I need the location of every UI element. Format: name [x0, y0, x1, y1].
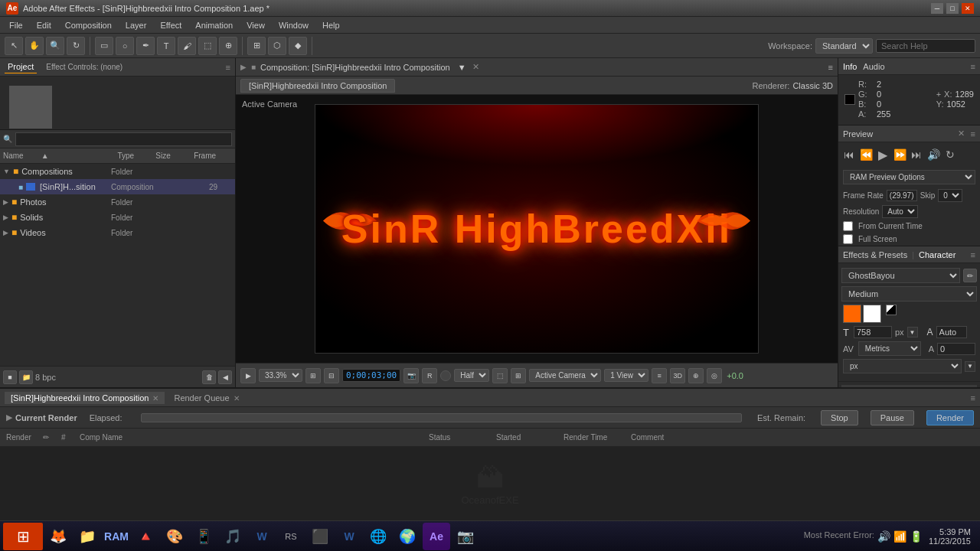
- workspace-select[interactable]: Standard: [815, 38, 873, 54]
- menu-effect[interactable]: Effect: [154, 19, 188, 31]
- menu-window[interactable]: Window: [273, 19, 315, 31]
- volume-icon[interactable]: 🔊: [877, 530, 890, 543]
- comp-panel-menu[interactable]: ≡: [828, 63, 833, 72]
- resolution-preview-select[interactable]: Auto: [882, 205, 918, 218]
- effect-controls-tab[interactable]: Effect Controls: (none): [43, 61, 126, 73]
- snapshot-btn[interactable]: 📷: [403, 368, 419, 383]
- pen-tool[interactable]: ✒: [136, 37, 155, 55]
- marker-tool[interactable]: ◆: [289, 37, 307, 55]
- list-item[interactable]: ■ [SinR]H...sition Composition 29: [0, 179, 235, 194]
- px-select[interactable]: px: [843, 359, 962, 373]
- left-panel-menu[interactable]: ≡: [226, 63, 230, 72]
- kerning-input[interactable]: [937, 343, 975, 355]
- minimize-button[interactable]: ─: [931, 3, 943, 14]
- region-btn[interactable]: ⬚: [492, 368, 508, 383]
- frame-rate-input[interactable]: [887, 190, 917, 201]
- list-item[interactable]: ▶ ■ Solids Folder: [0, 210, 235, 225]
- loop-button[interactable]: ↻: [942, 147, 958, 162]
- play-button[interactable]: ▶: [875, 147, 890, 162]
- preview-menu[interactable]: ≡: [971, 129, 975, 139]
- swap-colors-btn[interactable]: [886, 305, 897, 315]
- timeline-tab-close[interactable]: ✕: [152, 394, 158, 403]
- taskbar-firefox[interactable]: 🦊: [44, 523, 72, 550]
- hand-tool[interactable]: ✋: [25, 37, 44, 55]
- network-icon[interactable]: 📶: [893, 530, 906, 543]
- view-options-btn[interactable]: ≡: [652, 368, 667, 383]
- px-down[interactable]: ▼: [965, 361, 975, 372]
- maximize-button[interactable]: □: [946, 3, 959, 14]
- style-select[interactable]: Medium: [841, 286, 977, 302]
- skip-select[interactable]: 0: [938, 189, 962, 202]
- pause-button[interactable]: Pause: [871, 410, 914, 425]
- settings-button[interactable]: 🗑: [202, 370, 216, 384]
- rect-tool[interactable]: ▭: [95, 37, 113, 55]
- preview-close[interactable]: ✕: [958, 129, 965, 139]
- fill-color-swatch[interactable]: [843, 305, 861, 323]
- flow-btn[interactable]: ⊕: [688, 368, 704, 383]
- mute-button[interactable]: 🔊: [926, 147, 941, 162]
- menu-layer[interactable]: Layer: [119, 19, 153, 31]
- rotation-tool[interactable]: ↻: [67, 37, 85, 55]
- render-queue-tab[interactable]: Render Queue ✕: [168, 392, 245, 404]
- list-item[interactable]: ▼ ■ Compositions Folder: [0, 164, 235, 179]
- view-select[interactable]: 1 View: [604, 369, 648, 382]
- resolution-select[interactable]: Half: [454, 369, 489, 382]
- taskbar-browser[interactable]: 🌐: [364, 523, 392, 550]
- render-queue-tab-close[interactable]: ✕: [234, 394, 240, 403]
- always-preview-btn[interactable]: ▶: [240, 368, 256, 383]
- brush-tool[interactable]: 🖌: [178, 37, 196, 55]
- start-button[interactable]: ⊞: [3, 523, 43, 550]
- snap-tool[interactable]: ⊞: [247, 37, 266, 55]
- menu-edit[interactable]: Edit: [31, 19, 57, 31]
- comp-dropdown-icon[interactable]: ▼: [458, 63, 466, 72]
- new-composition-button[interactable]: ■: [3, 370, 17, 384]
- step-back-button[interactable]: ⏪: [858, 147, 874, 162]
- metrics-select[interactable]: Metrics: [858, 341, 921, 356]
- from-current-checkbox[interactable]: [843, 221, 853, 231]
- transparency-btn[interactable]: ⊞: [511, 368, 526, 383]
- taskbar-cmd[interactable]: ⬛: [306, 523, 334, 550]
- step-forward-button[interactable]: ⏩: [892, 147, 907, 162]
- go-to-start-button[interactable]: ⏮: [841, 147, 857, 162]
- stroke-color-swatch[interactable]: [863, 305, 881, 323]
- close-button[interactable]: ✕: [962, 3, 974, 14]
- stop-button[interactable]: Stop: [821, 410, 858, 425]
- taskbar-vlc[interactable]: 🔺: [132, 523, 159, 550]
- full-screen-checkbox[interactable]: [843, 234, 853, 244]
- auto-leading-input[interactable]: [936, 326, 967, 338]
- info-tab[interactable]: Info: [843, 62, 857, 71]
- current-render-expand[interactable]: ▶: [6, 412, 12, 422]
- render-button[interactable]: Render: [926, 410, 974, 425]
- battery-icon[interactable]: 🔋: [910, 530, 923, 543]
- list-item[interactable]: ▶ ■ Videos Folder: [0, 225, 235, 240]
- go-to-end-button[interactable]: ⏭: [909, 147, 924, 162]
- menu-composition[interactable]: Composition: [59, 19, 118, 31]
- layer-tool[interactable]: ⬡: [268, 37, 286, 55]
- character-tab[interactable]: Character: [919, 250, 956, 259]
- taskbar-file-explorer[interactable]: 📁: [74, 523, 101, 550]
- taskbar-word2[interactable]: W: [335, 523, 363, 550]
- selection-tool[interactable]: ↖: [5, 37, 23, 55]
- puppet-tool[interactable]: ⊕: [219, 37, 237, 55]
- timeline-tab[interactable]: [SinR]Highbreedxii Intro Composition ✕: [5, 392, 165, 404]
- search-input[interactable]: [876, 39, 975, 53]
- taskbar-paint[interactable]: 🎨: [161, 523, 188, 550]
- project-panel-tab[interactable]: Project: [5, 60, 37, 73]
- taskbar-spotify[interactable]: 🎵: [219, 523, 247, 550]
- taskbar-browser2[interactable]: 🌍: [394, 523, 421, 550]
- font-size-down[interactable]: ▼: [907, 327, 918, 337]
- menu-animation[interactable]: Animation: [189, 19, 239, 31]
- ellipse-tool[interactable]: ○: [116, 37, 134, 55]
- taskbar-ram[interactable]: RAM: [103, 523, 130, 550]
- text-tool[interactable]: T: [157, 37, 175, 55]
- project-search-input[interactable]: [15, 132, 232, 146]
- info-panel-menu[interactable]: ≡: [971, 62, 975, 71]
- taskbar-after-effects[interactable]: Ae: [423, 523, 450, 550]
- camera-select[interactable]: Active Camera: [529, 369, 601, 382]
- menu-file[interactable]: File: [3, 19, 29, 31]
- snap-btn[interactable]: ⊟: [324, 368, 339, 383]
- zoom-select[interactable]: 33.3%: [259, 369, 302, 382]
- taskbar-renderstat[interactable]: RS: [277, 523, 305, 550]
- bottom-panel-menu[interactable]: ≡: [971, 393, 975, 403]
- font-style-pencil[interactable]: ✏: [963, 269, 977, 282]
